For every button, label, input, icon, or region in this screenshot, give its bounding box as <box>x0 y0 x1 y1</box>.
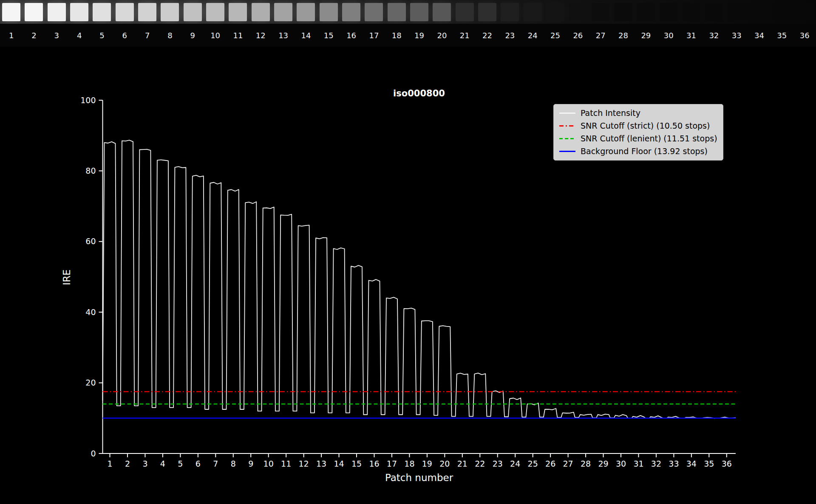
film-patch-cell <box>703 0 725 24</box>
x-tick-label: 18 <box>404 459 414 468</box>
film-patch-number: 8 <box>159 24 181 47</box>
film-patch-cell <box>23 0 45 24</box>
x-tick-label: 16 <box>369 459 379 468</box>
film-patch-number: 20 <box>431 24 453 47</box>
film-patch-cell <box>249 0 272 24</box>
film-patch <box>229 3 247 21</box>
film-patch-number: 12 <box>249 24 272 47</box>
film-patch <box>320 3 338 21</box>
film-patch-cell <box>567 0 589 24</box>
x-tick-label: 35 <box>704 459 714 468</box>
x-tick-label: 14 <box>334 459 344 468</box>
film-patch-number: 18 <box>385 24 408 47</box>
film-patch-number: 1 <box>0 24 23 47</box>
film-patch <box>184 3 202 21</box>
film-patch-cell <box>91 0 113 24</box>
x-tick-label: 33 <box>669 459 679 468</box>
x-tick-label: 5 <box>178 459 183 468</box>
chart-title: iso000800 <box>393 88 445 99</box>
film-patch <box>750 3 768 21</box>
film-patch-cell <box>136 0 159 24</box>
x-tick-label: 1 <box>107 459 112 468</box>
film-patch <box>342 3 360 21</box>
film-patch-cell <box>521 0 544 24</box>
film-patch-number: 29 <box>635 24 657 47</box>
film-patch <box>524 3 542 21</box>
x-tick-label: 32 <box>651 459 661 468</box>
film-patch <box>25 3 43 21</box>
film-patch-number: 19 <box>408 24 431 47</box>
x-tick-label: 17 <box>387 459 397 468</box>
x-tick-label: 24 <box>510 459 520 468</box>
film-strip-numbers: 1234567891011121314151617181920212223242… <box>0 24 816 47</box>
film-patch <box>433 3 451 21</box>
film-patch-number: 26 <box>567 24 589 47</box>
legend-item: Patch Intensity <box>559 108 717 118</box>
film-patch-number: 32 <box>703 24 725 47</box>
x-tick-label: 31 <box>633 459 643 468</box>
film-strip: 1234567891011121314151617181920212223242… <box>0 0 816 47</box>
film-patch-cell <box>227 0 249 24</box>
film-patch-number: 9 <box>181 24 204 47</box>
film-patch-number: 17 <box>363 24 385 47</box>
film-patch <box>728 3 746 21</box>
film-patch-cell <box>340 0 363 24</box>
legend-item: Background Floor (13.92 stops) <box>559 146 717 157</box>
film-strip-patches <box>0 0 816 24</box>
x-tick-label: 27 <box>563 459 573 468</box>
film-patch-number: 15 <box>317 24 340 47</box>
film-patch-number: 35 <box>771 24 793 47</box>
film-patch <box>456 3 474 21</box>
patch-intensity-line <box>103 140 736 418</box>
film-patch <box>161 3 179 21</box>
film-patch <box>70 3 88 21</box>
x-tick-label: 13 <box>316 459 326 468</box>
x-tick-label: 12 <box>299 459 309 468</box>
x-tick-label: 30 <box>616 459 626 468</box>
x-tick-label: 3 <box>142 459 147 468</box>
film-patch-cell <box>295 0 317 24</box>
film-patch <box>206 3 224 21</box>
film-patch-cell <box>431 0 453 24</box>
legend-item: SNR Cutoff (strict) (10.50 stops) <box>559 121 717 131</box>
film-patch-cell <box>159 0 181 24</box>
film-patch-number: 25 <box>544 24 567 47</box>
film-patch <box>682 3 700 21</box>
film-patch <box>796 3 814 21</box>
film-patch-cell <box>612 0 635 24</box>
film-patch-cell <box>317 0 340 24</box>
film-patch-number: 22 <box>476 24 499 47</box>
film-patch-number: 11 <box>227 24 249 47</box>
film-patch-number: 4 <box>68 24 91 47</box>
legend: Patch IntensitySNR Cutoff (strict) (10.5… <box>553 104 723 160</box>
film-patch-cell <box>725 0 748 24</box>
x-tick-label: 20 <box>439 459 450 468</box>
film-patch <box>546 3 564 21</box>
film-patch <box>274 3 292 21</box>
y-tick-label: 40 <box>85 307 96 317</box>
x-tick-label: 6 <box>196 459 201 468</box>
y-axis-label: IRE <box>61 269 72 285</box>
film-patch <box>410 3 428 21</box>
y-tick-label: 20 <box>85 378 96 387</box>
film-patch-cell <box>453 0 476 24</box>
film-patch <box>138 3 156 21</box>
film-patch-number: 16 <box>340 24 363 47</box>
x-tick-label: 7 <box>213 459 218 468</box>
x-tick-label: 11 <box>281 459 291 468</box>
film-patch-cell <box>771 0 793 24</box>
legend-line-sample <box>559 138 575 139</box>
film-patch-number: 23 <box>499 24 521 47</box>
film-patch-number: 33 <box>725 24 748 47</box>
film-patch-cell <box>68 0 91 24</box>
film-patch-number: 6 <box>113 24 136 47</box>
film-patch-cell <box>589 0 612 24</box>
x-tick-label: 23 <box>493 459 503 468</box>
film-patch-cell <box>113 0 136 24</box>
film-patch-cell <box>793 0 816 24</box>
legend-item: SNR Cutoff (lenient) (11.51 stops) <box>559 133 717 144</box>
film-patch-cell <box>748 0 771 24</box>
film-patch-cell <box>204 0 227 24</box>
film-patch-cell <box>181 0 204 24</box>
legend-label: SNR Cutoff (strict) (10.50 stops) <box>581 121 710 131</box>
